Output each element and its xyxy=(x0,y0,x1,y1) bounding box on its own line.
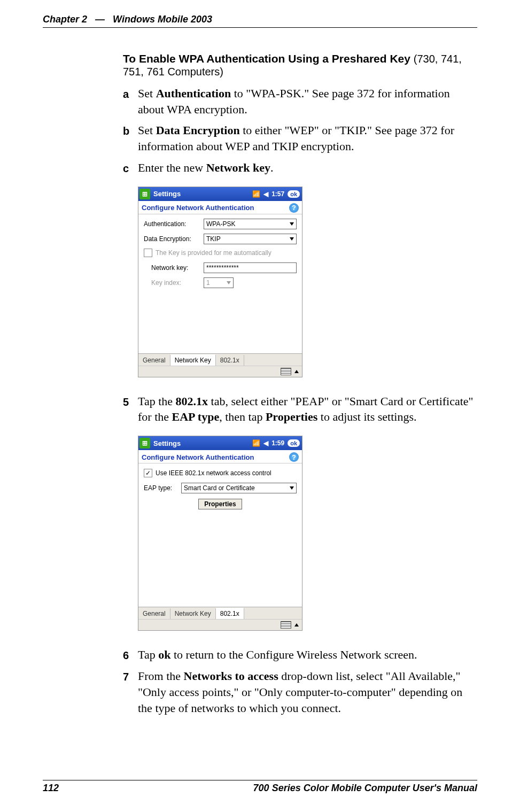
authentication-dropdown[interactable]: WPA-PSK xyxy=(204,219,297,229)
step-c-marker: c xyxy=(123,160,138,176)
volume-icon: ◀︎ xyxy=(263,190,268,198)
step-7-marker: 7 xyxy=(123,668,138,684)
ss1-tabs: General Network Key 802.1x xyxy=(138,353,302,366)
encryption-value: TKIP xyxy=(206,234,221,244)
ss2-tabs: General Network Key 802.1x xyxy=(138,607,302,619)
eap-type-value: Smart Card or Certificate xyxy=(184,483,255,493)
tab-general[interactable]: General xyxy=(138,355,170,366)
start-flag-icon[interactable] xyxy=(139,189,150,199)
header-title: Windows Mobile 2003 xyxy=(113,14,212,25)
use-8021x-checkbox[interactable]: ✓ xyxy=(144,469,152,477)
tab-network-key[interactable]: Network Key xyxy=(170,354,216,366)
tab-general[interactable]: General xyxy=(138,608,170,619)
ss1-titlebar: Settings 📶 ◀︎ 1:57 ok xyxy=(138,187,302,201)
chevron-down-icon xyxy=(227,281,231,284)
step-7: 7 From the Networks to access drop-down … xyxy=(123,668,477,716)
properties-button[interactable]: Properties xyxy=(198,499,242,509)
ok-button[interactable]: ok xyxy=(288,190,300,198)
step-c: c Enter the new Network key. xyxy=(123,160,477,176)
step-c-text1: Enter the new xyxy=(138,161,206,174)
network-key-input[interactable]: ************* xyxy=(204,262,297,273)
ss1-sip-bar xyxy=(138,366,302,377)
step-a-marker: a xyxy=(123,86,138,102)
signal-icon: 📶 xyxy=(252,439,260,447)
auto-key-checkbox-row: The Key is provided for me automatically xyxy=(144,249,297,257)
eap-type-dropdown[interactable]: Smart Card or Certificate xyxy=(181,483,297,493)
ok-button[interactable]: ok xyxy=(288,439,300,447)
tab-802-1x[interactable]: 802.1x xyxy=(216,608,244,619)
help-icon[interactable]: ? xyxy=(289,203,299,213)
encryption-row: Data Encryption: TKIP xyxy=(144,234,297,244)
tab-network-key[interactable]: Network Key xyxy=(170,608,216,619)
step5-b1: 802.1x xyxy=(176,395,208,408)
step-a: a Set Authentication to "WPA-PSK." See p… xyxy=(123,86,477,117)
network-key-value: ************* xyxy=(206,263,239,273)
ss1-title: Settings xyxy=(153,190,252,198)
use-8021x-row: ✓ Use IEEE 802.1x network access control xyxy=(144,469,297,477)
step6-t2: to return to the Configure Wireless Netw… xyxy=(170,648,417,661)
step-c-bold: Network key xyxy=(206,161,270,174)
step-c-text2: . xyxy=(270,161,274,174)
section-heading: To Enable WPA Authentication Using a Pre… xyxy=(123,52,477,78)
step-b-bold: Data Encryption xyxy=(156,123,240,137)
step-5: 5 Tap the 802.1x tab, select either "PEA… xyxy=(123,393,477,425)
running-header: Chapter 2 — Windows Mobile 2003 xyxy=(43,14,477,28)
page-number: 112 xyxy=(43,783,59,794)
use-8021x-label: Use IEEE 802.1x network access control xyxy=(156,469,271,477)
sip-up-icon[interactable] xyxy=(294,370,299,373)
step-b-marker: b xyxy=(123,122,138,138)
start-flag-icon[interactable] xyxy=(139,438,150,448)
ss1-subtitle-bar: Configure Network Authentication ? xyxy=(138,201,302,214)
step7-t1: From the xyxy=(138,669,184,683)
volume-icon: ◀︎ xyxy=(263,439,268,447)
manual-title: 700 Series Color Mobile Computer User's … xyxy=(253,783,477,794)
step-6-marker: 6 xyxy=(123,647,138,663)
screenshot-network-key: Settings 📶 ◀︎ 1:57 ok Configure Network … xyxy=(138,187,302,377)
chevron-down-icon xyxy=(290,237,294,241)
keyboard-icon[interactable] xyxy=(281,368,291,375)
footer-rule xyxy=(43,780,477,780)
step6-t1: Tap xyxy=(138,648,158,661)
eap-type-label: EAP type: xyxy=(144,484,181,492)
help-icon[interactable]: ? xyxy=(289,452,299,462)
signal-icon: 📶 xyxy=(252,190,260,198)
running-footer: 112 700 Series Color Mobile Computer Use… xyxy=(43,780,477,794)
auto-key-checkbox xyxy=(144,249,152,257)
ss2-time: 1:59 xyxy=(271,439,284,447)
ss1-subtitle: Configure Network Authentication xyxy=(142,204,254,212)
chevron-down-icon xyxy=(290,222,294,226)
key-index-row: Key index: 1 xyxy=(151,277,297,288)
keyboard-icon[interactable] xyxy=(281,621,291,629)
header-dash: — xyxy=(95,14,105,25)
authentication-value: WPA-PSK xyxy=(206,219,235,229)
step-b: b Set Data Encryption to either "WEP" or… xyxy=(123,122,477,154)
chevron-down-icon xyxy=(290,486,294,490)
step5-b2: EAP type xyxy=(172,410,220,423)
auto-key-label: The Key is provided for me automatically xyxy=(156,249,271,257)
encryption-label: Data Encryption: xyxy=(144,235,204,243)
network-key-label: Network key: xyxy=(151,264,204,272)
sip-up-icon[interactable] xyxy=(294,623,299,627)
authentication-row: Authentication: WPA-PSK xyxy=(144,219,297,229)
authentication-label: Authentication: xyxy=(144,220,204,228)
key-index-value: 1 xyxy=(206,278,210,288)
step5-t3: , then tap xyxy=(219,410,266,423)
screenshot-8021x: Settings 📶 ◀︎ 1:59 ok Configure Network … xyxy=(138,436,302,631)
step5-t1: Tap the xyxy=(138,395,176,408)
encryption-dropdown[interactable]: TKIP xyxy=(204,234,297,244)
header-chapter: Chapter 2 xyxy=(43,14,87,25)
step-a-text1: Set xyxy=(138,87,156,100)
step6-b1: ok xyxy=(158,648,170,661)
key-index-label: Key index: xyxy=(151,279,204,287)
step5-b3: Properties xyxy=(266,410,317,423)
key-index-dropdown: 1 xyxy=(204,277,234,288)
step5-t4: to adjust its settings. xyxy=(317,410,416,423)
network-key-row: Network key: ************* xyxy=(151,262,297,273)
step7-b1: Networks to access xyxy=(184,669,278,683)
tab-802-1x[interactable]: 802.1x xyxy=(216,355,244,366)
eap-type-row: EAP type: Smart Card or Certificate xyxy=(144,483,297,493)
step-a-bold: Authentication xyxy=(156,87,231,100)
ss2-titlebar: Settings 📶 ◀︎ 1:59 ok xyxy=(138,436,302,450)
header-rule xyxy=(43,27,477,28)
step-b-text1: Set xyxy=(138,123,156,137)
